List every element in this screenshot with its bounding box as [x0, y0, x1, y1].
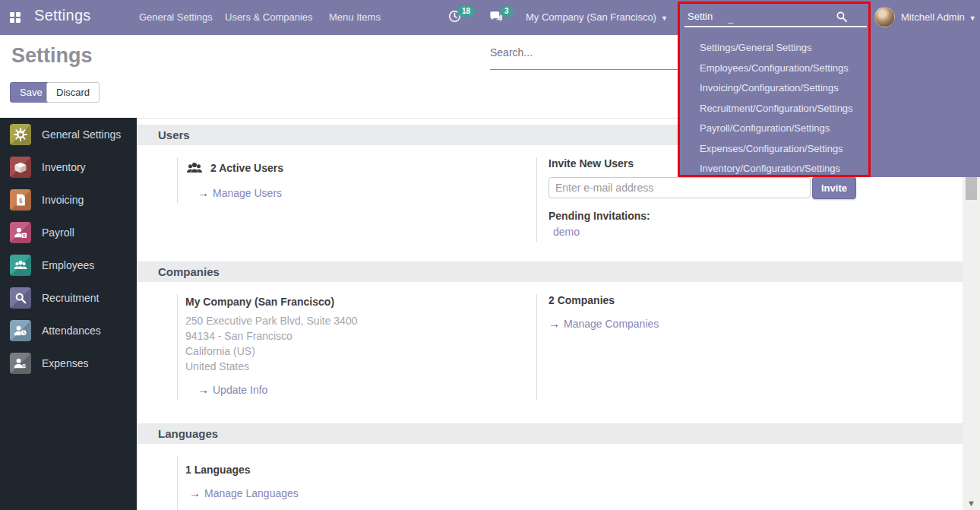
- address-line: United States: [185, 359, 536, 374]
- menu-menu-items[interactable]: Menu Items: [329, 11, 381, 23]
- update-info-label: Update Info: [213, 384, 267, 396]
- search-underline: [684, 26, 867, 27]
- search-suggestion[interactable]: Settings/General Settings: [680, 38, 980, 59]
- expense-person-icon: $: [10, 353, 31, 374]
- top-navbar: Settings General Settings Users & Compan…: [0, 0, 980, 35]
- company-title: My Company (San Francisco): [185, 296, 536, 308]
- search-icon[interactable]: [835, 10, 849, 24]
- search-suggestion[interactable]: Invoicing/Configuration/Settings: [680, 78, 980, 99]
- discard-button[interactable]: Discard: [46, 82, 100, 103]
- menu-search-dropdown: Settings/General Settings Employees/Conf…: [680, 35, 980, 177]
- clock-person-icon: [10, 320, 31, 341]
- arrow-right-icon: →: [198, 383, 209, 396]
- arrow-right-icon: →: [548, 317, 560, 330]
- arrow-right-icon: →: [189, 486, 201, 499]
- company-switcher[interactable]: My Company (San Francisco)▼: [526, 11, 668, 23]
- manage-languages-link[interactable]: →Manage Languages: [189, 486, 299, 499]
- address-line: 250 Executive Park Blvd, Suite 3400: [185, 313, 536, 328]
- user-name-label: Mitchell Admin: [901, 11, 965, 23]
- company-address: 250 Executive Park Blvd, Suite 3400 9413…: [185, 313, 536, 374]
- arrow-right-icon: →: [198, 186, 209, 199]
- scrollbar-down-arrow-icon[interactable]: ▼: [963, 499, 980, 508]
- pending-invitations-label: Pending Invitations:: [548, 210, 963, 222]
- active-users-icon: [185, 159, 204, 177]
- user-avatar[interactable]: [874, 7, 895, 27]
- breadcrumb: Settings: [11, 44, 93, 68]
- manage-users-link[interactable]: →Manage Users: [198, 186, 282, 199]
- sidebar-item-recruitment[interactable]: Recruitment: [0, 281, 137, 314]
- sidebar-item-label: Recruitment: [42, 292, 99, 304]
- languages-count: 1 Languages: [185, 464, 536, 476]
- svg-text:$: $: [23, 233, 25, 237]
- invoice-icon: $: [10, 189, 31, 211]
- sidebar-item-general-settings[interactable]: General Settings: [0, 118, 137, 150]
- menu-general-settings[interactable]: General Settings: [139, 11, 213, 23]
- manage-languages-label: Manage Languages: [204, 487, 299, 499]
- sidebar-item-label: Attendances: [42, 325, 101, 337]
- chevron-down-icon: ▼: [969, 14, 976, 22]
- search-suggestion[interactable]: Employees/Configuration/Settings: [680, 59, 980, 79]
- text-cursor: _: [728, 12, 733, 24]
- people-icon: [10, 255, 31, 276]
- magnifier-icon: [10, 287, 31, 309]
- menu-users-companies[interactable]: Users & Companies: [225, 11, 313, 23]
- section-header-companies: Companies: [137, 261, 963, 282]
- sidebar-item-payroll[interactable]: $ Payroll: [0, 216, 137, 249]
- section-header-languages: Languages: [137, 423, 963, 444]
- sidebar-item-label: General Settings: [42, 128, 121, 141]
- invite-email-field[interactable]: [548, 177, 811, 198]
- companies-section: My Company (San Francisco) 250 Executive…: [137, 294, 963, 400]
- address-line: 94134 - San Francisco: [185, 328, 536, 344]
- sidebar-item-expenses[interactable]: $ Expenses: [0, 347, 137, 379]
- update-info-link[interactable]: →Update Info: [198, 383, 267, 396]
- payroll-icon: $: [10, 222, 31, 243]
- activity-count-badge[interactable]: 18: [457, 6, 475, 17]
- company-name: My Company (San Francisco): [526, 11, 656, 23]
- languages-section: 1 Languages →Manage Languages: [137, 456, 963, 510]
- search-suggestion[interactable]: Recruitment/Configuration/Settings: [680, 99, 980, 119]
- active-users-count: 2 Active Users: [210, 162, 283, 174]
- search-suggestion[interactable]: Payroll/Configuration/Settings: [680, 119, 980, 139]
- apps-grid-icon[interactable]: [10, 12, 21, 23]
- search-suggestion[interactable]: Inventory/Configuration/Settings: [680, 159, 980, 179]
- invite-button[interactable]: Invite: [812, 176, 856, 199]
- pending-user-link[interactable]: demo: [548, 226, 963, 238]
- manage-companies-link[interactable]: →Manage Companies: [548, 317, 659, 330]
- svg-text:$: $: [22, 363, 26, 369]
- sidebar-item-label: Invoicing: [42, 194, 84, 206]
- menu-search-input[interactable]: Settin: [688, 11, 713, 22]
- box-icon: [10, 157, 31, 178]
- gear-icon: [10, 124, 31, 145]
- sidebar-item-label: Expenses: [42, 357, 88, 369]
- sidebar-item-invoicing[interactable]: $ Invoicing: [0, 183, 137, 216]
- address-line: California (US): [185, 344, 536, 359]
- settings-sidebar: General Settings Inventory $ Invoicing $…: [0, 118, 137, 510]
- app-title[interactable]: Settings: [34, 7, 91, 24]
- message-count-badge[interactable]: 3: [500, 6, 514, 17]
- sidebar-item-label: Payroll: [42, 226, 74, 239]
- sidebar-item-label: Inventory: [42, 161, 86, 173]
- svg-text:$: $: [19, 196, 23, 204]
- sidebar-item-attendances[interactable]: Attendances: [0, 314, 137, 347]
- sidebar-item-employees[interactable]: Employees: [0, 249, 137, 281]
- search-suggestion[interactable]: Expenses/Configuration/Settings: [680, 139, 980, 160]
- sidebar-item-inventory[interactable]: Inventory: [0, 150, 137, 183]
- sidebar-item-label: Employees: [42, 259, 94, 271]
- companies-count: 2 Companies: [548, 294, 963, 306]
- manage-companies-label: Manage Companies: [564, 318, 659, 330]
- manage-users-label: Manage Users: [213, 187, 282, 199]
- user-menu[interactable]: Mitchell Admin▼: [901, 11, 976, 23]
- chevron-down-icon: ▼: [661, 14, 668, 22]
